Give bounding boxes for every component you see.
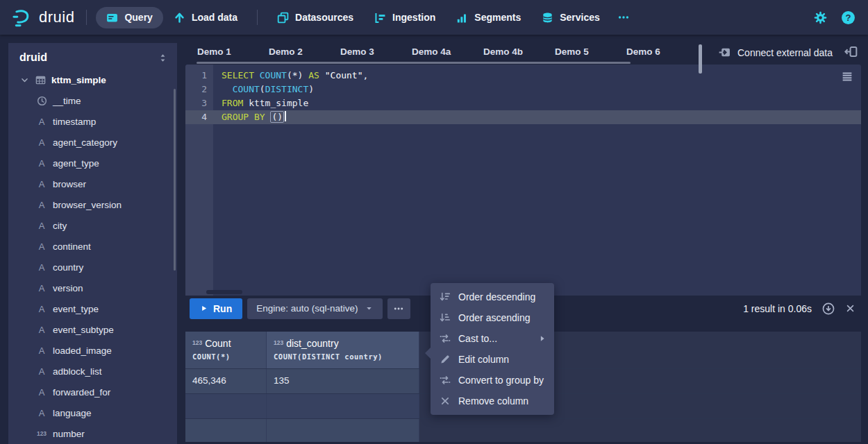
column-loaded_image[interactable]: Aloaded_image (8, 340, 177, 361)
datasource-kttm_simple[interactable]: kttm_simple (8, 69, 177, 90)
column-timestamp[interactable]: Atimestamp (8, 111, 177, 132)
schema-sidebar: druid kttm_simple__timeAtimestampAagent_… (8, 43, 177, 444)
tab-demo-5[interactable]: Demo 5 (543, 43, 615, 62)
ingestion-icon (374, 12, 386, 24)
tabstrip-scrollbar[interactable] (197, 62, 631, 64)
druid-brand[interactable]: druid (10, 6, 74, 29)
menu-item-convert-to-group-by[interactable]: Convert to group by (431, 370, 554, 391)
nav-item-query[interactable]: Query (96, 7, 162, 28)
menu-item-label: Edit column (458, 354, 509, 365)
text-cursor (285, 111, 286, 121)
code-line-1[interactable]: 1SELECT COUNT(*) AS "Count", (185, 69, 861, 83)
column-event_type[interactable]: Aevent_type (8, 298, 177, 319)
sort-columns-icon[interactable] (158, 53, 168, 63)
column-label: loaded_image (53, 345, 112, 356)
sidebar-scrollbar[interactable] (174, 89, 176, 271)
tab-demo-4b[interactable]: Demo 4b (471, 43, 543, 62)
column-label: number (53, 429, 85, 439)
column-browser[interactable]: Abrowser (8, 173, 177, 194)
column-agent_type[interactable]: Aagent_type (8, 153, 177, 173)
query-icon (106, 12, 118, 24)
cell[interactable] (267, 394, 419, 418)
chevron-down-icon[interactable] (20, 76, 29, 85)
menu-item-cast-to[interactable]: Cast to... (431, 328, 554, 349)
tab-demo-1[interactable]: Demo 1 (185, 43, 257, 62)
column-adblock_list[interactable]: Aadblock_list (8, 361, 177, 382)
code-line-4[interactable]: 4GROUP BY () (185, 110, 861, 124)
help-icon[interactable]: ? (841, 10, 856, 25)
column-event_subtype[interactable]: Aevent_subtype (8, 319, 177, 340)
column-country[interactable]: Acountry (8, 257, 177, 278)
string-column-icon: A (36, 303, 47, 314)
column-language[interactable]: Alanguage (8, 402, 177, 423)
settings-gear-icon[interactable] (814, 11, 827, 24)
column-forwarded_for[interactable]: Aforwarded_for (8, 382, 177, 402)
tab-demo-3[interactable]: Demo 3 (328, 43, 400, 62)
menu-item-label: Remove column (458, 395, 528, 407)
nav-item-datasources[interactable]: Datasources (267, 7, 364, 28)
nav-item-segments[interactable]: Segments (446, 7, 531, 28)
column-label: adblock_list (53, 366, 102, 377)
column-browser_version[interactable]: Abrowser_version (8, 194, 177, 215)
menu-item-order-ascending[interactable]: Order ascending (431, 307, 554, 328)
column-__time[interactable]: __time (8, 90, 177, 111)
column-header-count[interactable]: 123CountCOUNT(*) (185, 332, 267, 368)
caret-down-icon (365, 304, 374, 313)
nav-more-button[interactable] (617, 12, 631, 23)
code-text: SELECT COUNT(*) AS "Count", (213, 69, 368, 83)
cell[interactable] (185, 419, 267, 442)
tab-demo-6[interactable]: Demo 6 (615, 43, 686, 62)
tab-demo-4a[interactable]: Demo 4a (400, 43, 471, 62)
run-button[interactable]: Run (190, 298, 242, 319)
string-column-icon: A (36, 157, 47, 169)
nav-item-services[interactable]: Services (531, 7, 610, 28)
tab-demo-2[interactable]: Demo 2 (257, 43, 328, 62)
svg-text:?: ? (845, 12, 851, 23)
menu-item-remove-column[interactable]: Remove column (431, 391, 554, 411)
string-column-icon: A (36, 199, 47, 210)
result-status-area: 1 result in 0.06s (743, 302, 861, 315)
nav-item-label: Services (560, 12, 600, 23)
time-column-icon (36, 95, 47, 106)
nav-right-icons: ? (814, 10, 858, 25)
close-results-icon[interactable] (845, 303, 856, 314)
column-label: city (53, 221, 67, 231)
connect-external-data-button[interactable]: Connect external data (719, 43, 833, 62)
engine-select-button[interactable]: Engine: auto (sql-native) (247, 298, 382, 319)
sql-editor[interactable]: 1SELECT COUNT(*) AS "Count",2 COUNT(DIST… (185, 65, 861, 296)
nav-item-ingestion[interactable]: Ingestion (364, 7, 446, 28)
code-line-2[interactable]: 2 COUNT(DISTINCT) (185, 83, 861, 96)
column-number[interactable]: 123number (8, 423, 177, 444)
query-more-button[interactable] (387, 298, 410, 319)
column-version[interactable]: Aversion (8, 278, 177, 298)
open-panel-icon[interactable] (844, 45, 858, 58)
editor-hscrollbar-thumb[interactable] (206, 290, 242, 294)
cell[interactable] (185, 394, 267, 418)
column-continent[interactable]: Acontinent (8, 236, 177, 257)
swap-icon (440, 375, 451, 386)
column-city[interactable]: Acity (8, 215, 177, 236)
menu-item-edit-column[interactable]: Edit column (431, 349, 554, 370)
string-column-icon: A (36, 220, 47, 231)
tabstrip-divider[interactable] (699, 44, 702, 74)
nav-item-load-data[interactable]: Load data (163, 7, 248, 28)
menu-item-order-descending[interactable]: Order descending (431, 287, 554, 307)
column-header-dist_country[interactable]: 123dist_countryCOUNT(DISTINCT country) (267, 332, 419, 368)
code-line-3[interactable]: 3FROM kttm_simple (185, 96, 861, 110)
column-label: browser (53, 179, 86, 189)
top-navbar: druid QueryLoad dataDatasourcesIngestion… (0, 0, 868, 35)
tab-label: Demo 4b (483, 46, 523, 57)
column-name: dist_country (286, 338, 338, 349)
cell[interactable]: 465,346 (185, 369, 267, 393)
tab-label: Demo 2 (269, 46, 303, 57)
string-column-icon: A (36, 366, 47, 377)
schema-name: druid (19, 51, 47, 64)
column-agent_category[interactable]: Aagent_category (8, 132, 177, 153)
line-number: 4 (185, 110, 213, 124)
cell[interactable]: 135 (267, 369, 419, 393)
string-column-icon: A (36, 324, 47, 335)
line-number: 1 (185, 69, 213, 83)
cell[interactable] (267, 419, 419, 442)
download-results-icon[interactable] (822, 302, 835, 315)
editor-menu-icon[interactable] (841, 71, 853, 83)
